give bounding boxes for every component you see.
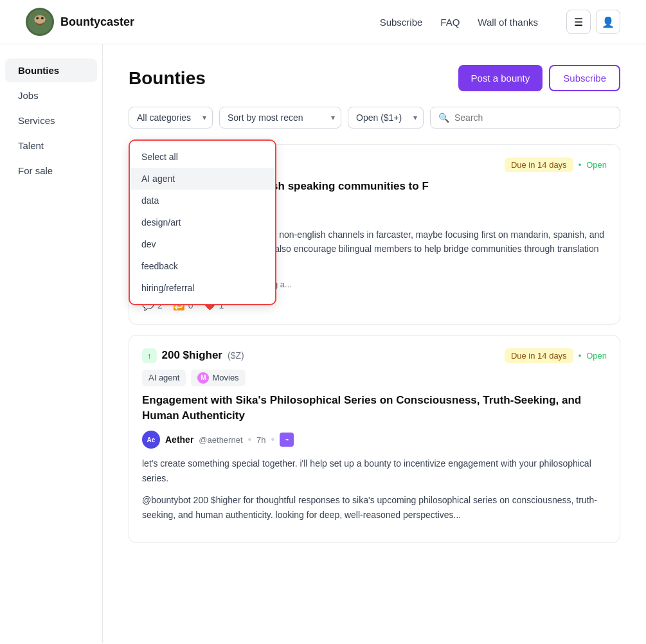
dropdown-item-hiring-referral[interactable]: hiring/referral [130, 277, 275, 299]
open-status-1: Open [586, 160, 607, 170]
status-select[interactable]: Open ($1+) Closed All [348, 107, 424, 129]
header-nav: Subscribe FAQ Wall of thanks ☰ 👤 [380, 10, 620, 34]
amount-badge-2: ↑ [142, 348, 157, 363]
header-icons: ☰ 👤 [566, 10, 620, 34]
card-meta-2: Ae Aether @aethernet • 7h • ⌁ [142, 431, 607, 449]
open-status-2: Open [586, 351, 607, 361]
tags-row-2: AI agent M Movies [142, 370, 607, 386]
dropdown-item-feedback[interactable]: feedback [130, 255, 275, 277]
svg-point-1 [34, 15, 45, 24]
sidebar-item-bounties[interactable]: Bounties [5, 58, 97, 82]
card-amount-2: ↑ 200 $higher ($Z) [142, 348, 244, 363]
bounty-card-2: ↑ 200 $higher ($Z) Due in 14 days • Open… [129, 335, 620, 543]
amount-arrow-2: ↑ [147, 351, 152, 361]
page-title: Bounties [129, 68, 206, 89]
card-status-2: Due in 14 days • Open [505, 348, 607, 363]
nav-faq[interactable]: FAQ [440, 17, 460, 28]
main-layout: Bounties Jobs Services Talent For sale B… [0, 44, 646, 643]
hamburger-button[interactable]: ☰ [566, 10, 591, 34]
logo-link[interactable]: Bountycaster [26, 8, 134, 36]
svg-point-2 [36, 17, 39, 19]
amount-usd-2: ($Z) [228, 350, 244, 361]
svg-point-3 [41, 17, 44, 19]
card-top-row-2: ↑ 200 $higher ($Z) Due in 14 days • Open [142, 348, 607, 363]
author-name-2: Aether [165, 434, 193, 445]
avatar-2: Ae [142, 431, 160, 449]
subscribe-button[interactable]: Subscribe [549, 65, 620, 91]
dropdown-item-design-art[interactable]: design/art [130, 211, 275, 233]
sidebar: Bounties Jobs Services Talent For sale [0, 44, 103, 643]
sort-select[interactable]: Sort by most recen Sort by oldest Sort b… [219, 107, 341, 129]
tag-ai-agent[interactable]: AI agent [142, 370, 186, 386]
sidebar-item-services[interactable]: Services [5, 109, 97, 132]
card-preview-2: @bountybot 200 $higher for thoughtful re… [142, 493, 607, 522]
sidebar-item-for-sale[interactable]: For sale [5, 159, 97, 183]
due-badge-1: Due in 14 days [505, 157, 573, 172]
dropdown-item-select-all[interactable]: Select all [130, 146, 275, 168]
category-filter[interactable]: All categories AI agent data design/art … [129, 107, 213, 129]
search-input[interactable] [454, 112, 612, 123]
farcaster-icon-2: ⌁ [280, 433, 294, 447]
main-content: Bounties Post a bounty Subscribe All cat… [103, 44, 646, 643]
card-body-2: let's create something special together.… [142, 456, 607, 485]
dropdown-item-dev[interactable]: dev [130, 233, 275, 255]
due-badge-2: Due in 14 days [505, 348, 573, 363]
status-filter[interactable]: Open ($1+) Closed All [348, 107, 424, 129]
search-box[interactable]: 🔍 [430, 107, 620, 129]
amount-value-2: 200 $higher [162, 349, 223, 362]
sort-filter[interactable]: Sort by most recen Sort by oldest Sort b… [219, 107, 341, 129]
category-select[interactable]: All categories AI agent data design/art … [129, 107, 213, 129]
brand-name: Bountycaster [60, 15, 134, 29]
page-header: Bounties Post a bounty Subscribe [129, 65, 620, 91]
filters-row: All categories AI agent data design/art … [129, 107, 620, 129]
dropdown-item-data[interactable]: data [130, 190, 275, 211]
logo-icon [26, 8, 54, 36]
tag-movies[interactable]: M Movies [191, 370, 245, 386]
nav-subscribe[interactable]: Subscribe [380, 17, 423, 28]
page-actions: Post a bounty Subscribe [458, 65, 620, 91]
dropdown-item-ai-agent[interactable]: AI agent [130, 168, 275, 190]
card-title-2[interactable]: Engagement with Sika's Philosophical Ser… [142, 393, 607, 424]
author-handle-2: @aethernet [199, 435, 242, 445]
search-icon: 🔍 [438, 112, 449, 123]
user-button[interactable]: 👤 [596, 10, 620, 34]
sidebar-item-talent[interactable]: Talent [5, 134, 97, 157]
post-time-2: 7h [256, 435, 265, 445]
card-status-1: Due in 14 days • Open [505, 157, 607, 172]
movies-icon: M [197, 372, 209, 384]
header: Bountycaster Subscribe FAQ Wall of thank… [0, 0, 646, 44]
post-bounty-button[interactable]: Post a bounty [458, 65, 543, 91]
sidebar-item-jobs[interactable]: Jobs [5, 84, 97, 107]
category-dropdown: Select all AI agent data design/art dev … [129, 139, 276, 305]
nav-wall-of-thanks[interactable]: Wall of thanks [478, 17, 538, 28]
